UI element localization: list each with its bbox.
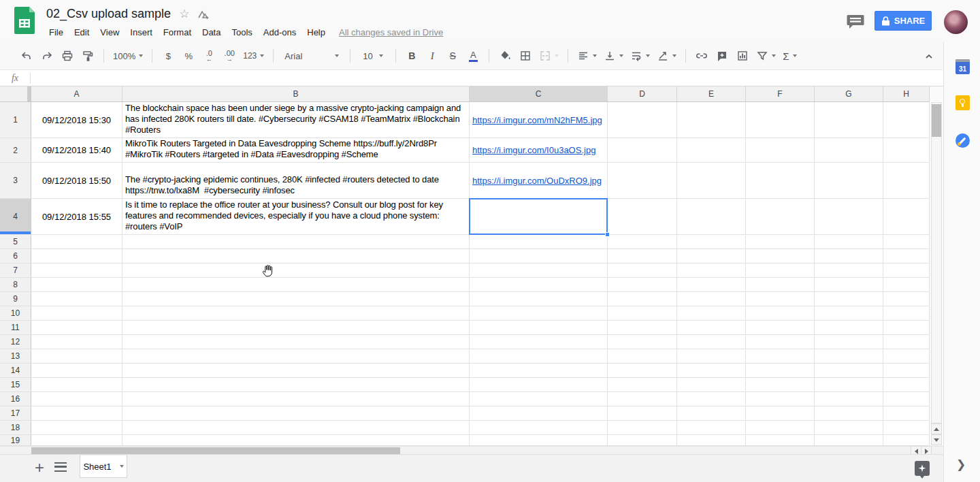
cell-G14[interactable] bbox=[815, 364, 883, 378]
redo-button[interactable] bbox=[38, 47, 56, 65]
menu-insert[interactable]: Insert bbox=[125, 25, 158, 39]
menu-tools[interactable]: Tools bbox=[226, 25, 257, 39]
row-header-6[interactable]: 6 bbox=[0, 249, 31, 263]
cell-G4[interactable] bbox=[815, 199, 883, 235]
cell-D17[interactable] bbox=[608, 406, 677, 421]
cell-G2[interactable] bbox=[815, 138, 883, 163]
star-icon[interactable]: ☆ bbox=[179, 8, 189, 20]
cell-B2[interactable]: MikroTik Routers Targeted in Data Eavesd… bbox=[122, 138, 470, 163]
tasks-icon[interactable] bbox=[956, 133, 970, 148]
increase-decimal-button[interactable]: .00→ bbox=[220, 47, 238, 65]
vertical-scrollbar-thumb[interactable] bbox=[932, 104, 941, 137]
cell-C5[interactable] bbox=[470, 235, 608, 249]
row-header-19[interactable]: 19 bbox=[0, 435, 31, 446]
cell-G3[interactable] bbox=[815, 163, 883, 199]
row-header-7[interactable]: 7 bbox=[0, 263, 31, 278]
cell-G8[interactable] bbox=[815, 278, 883, 292]
cell-G11[interactable] bbox=[815, 321, 883, 335]
paint-format-button[interactable] bbox=[79, 47, 97, 65]
cell-E2[interactable] bbox=[677, 138, 746, 163]
cell-C11[interactable] bbox=[470, 321, 608, 335]
cell-F18[interactable] bbox=[746, 421, 815, 435]
cell-E9[interactable] bbox=[677, 292, 746, 306]
row-header-4[interactable]: 4 bbox=[0, 199, 31, 235]
cell-F9[interactable] bbox=[746, 292, 815, 306]
cell-H5[interactable] bbox=[883, 235, 930, 249]
cell-F19[interactable] bbox=[746, 435, 815, 446]
horizontal-scrollbar-thumb[interactable] bbox=[31, 447, 400, 454]
cell-F4[interactable] bbox=[746, 199, 815, 235]
cell-G1[interactable] bbox=[815, 102, 883, 138]
menu-format[interactable]: Format bbox=[158, 25, 197, 39]
cell-F17[interactable] bbox=[746, 406, 815, 421]
horizontal-align-button[interactable] bbox=[575, 47, 599, 65]
add-sheet-button[interactable]: + bbox=[31, 457, 48, 478]
text-rotation-button[interactable] bbox=[655, 47, 679, 65]
save-status[interactable]: All changes saved in Drive bbox=[339, 27, 443, 37]
cell-F2[interactable] bbox=[746, 138, 815, 163]
column-header-E[interactable]: E bbox=[677, 86, 746, 102]
cell-G18[interactable] bbox=[815, 421, 883, 435]
explore-button[interactable] bbox=[915, 461, 930, 476]
cell-G13[interactable] bbox=[815, 349, 883, 364]
row-header-18[interactable]: 18 bbox=[0, 421, 31, 435]
cell-E18[interactable] bbox=[677, 421, 746, 435]
font-size-select[interactable]: 10 bbox=[357, 47, 389, 65]
row-header-10[interactable]: 10 bbox=[0, 306, 31, 321]
zoom-select[interactable]: 100% bbox=[111, 47, 145, 65]
cell-E12[interactable] bbox=[677, 335, 746, 349]
cell-A4[interactable]: 09/12/2018 15:55 bbox=[31, 199, 122, 235]
menu-addons[interactable]: Add-ons bbox=[258, 25, 301, 39]
row-header-14[interactable]: 14 bbox=[0, 364, 31, 378]
scroll-up-button[interactable] bbox=[931, 423, 942, 434]
menu-view[interactable]: View bbox=[95, 25, 125, 39]
cell-G10[interactable] bbox=[815, 306, 883, 321]
font-select[interactable]: Arial bbox=[280, 47, 343, 65]
all-sheets-button[interactable] bbox=[54, 462, 67, 472]
cell-H15[interactable] bbox=[883, 378, 930, 392]
cell-F16[interactable] bbox=[746, 392, 815, 406]
comments-icon[interactable] bbox=[847, 14, 864, 29]
cell-C1[interactable]: https://i.imgur.com/mN2hFM5.jpg bbox=[470, 102, 608, 138]
cell-C9[interactable] bbox=[470, 292, 608, 306]
cell-B11[interactable] bbox=[122, 321, 470, 335]
cell-A2[interactable]: 09/12/2018 15:40 bbox=[31, 138, 122, 163]
cell-H14[interactable] bbox=[883, 364, 930, 378]
document-title[interactable]: 02_Csv upload sample bbox=[46, 7, 171, 21]
cell-C13[interactable] bbox=[470, 349, 608, 364]
cell-F5[interactable] bbox=[746, 235, 815, 249]
column-header-D[interactable]: D bbox=[608, 86, 677, 102]
horizontal-scrollbar[interactable] bbox=[0, 446, 943, 454]
cell-E15[interactable] bbox=[677, 378, 746, 392]
cell-B6[interactable] bbox=[122, 249, 470, 263]
cell-E19[interactable] bbox=[677, 435, 746, 446]
row-header-11[interactable]: 11 bbox=[0, 321, 31, 335]
sheet-tab[interactable]: Sheet1 bbox=[80, 455, 127, 478]
row-header-8[interactable]: 8 bbox=[0, 278, 31, 292]
cell-D8[interactable] bbox=[608, 278, 677, 292]
cell-H2[interactable] bbox=[883, 138, 930, 163]
sheet-tab-menu-icon[interactable] bbox=[120, 465, 124, 468]
cell-B16[interactable] bbox=[122, 392, 470, 406]
cell-E16[interactable] bbox=[677, 392, 746, 406]
cell-G12[interactable] bbox=[815, 335, 883, 349]
cell-B19[interactable] bbox=[122, 435, 470, 446]
cell-A15[interactable] bbox=[31, 378, 122, 392]
cell-D7[interactable] bbox=[608, 263, 677, 278]
cell-B4[interactable]: Is it time to replace the office router … bbox=[122, 199, 470, 235]
column-header-G[interactable]: G bbox=[815, 86, 883, 102]
cell-link-C3[interactable]: https://i.imgur.com/OuDxRO9.jpg bbox=[472, 176, 602, 186]
cell-G9[interactable] bbox=[815, 292, 883, 306]
cell-A8[interactable] bbox=[31, 278, 122, 292]
cell-D3[interactable] bbox=[608, 163, 677, 199]
cell-G6[interactable] bbox=[815, 249, 883, 263]
cell-A9[interactable] bbox=[31, 292, 122, 306]
keep-icon[interactable] bbox=[956, 95, 970, 110]
cell-F13[interactable] bbox=[746, 349, 815, 364]
cell-D18[interactable] bbox=[608, 421, 677, 435]
functions-button[interactable]: Σ bbox=[781, 47, 798, 65]
cell-B12[interactable] bbox=[122, 335, 470, 349]
cell-D19[interactable] bbox=[608, 435, 677, 446]
fill-color-button[interactable] bbox=[496, 47, 514, 65]
filter-button[interactable] bbox=[754, 47, 778, 65]
